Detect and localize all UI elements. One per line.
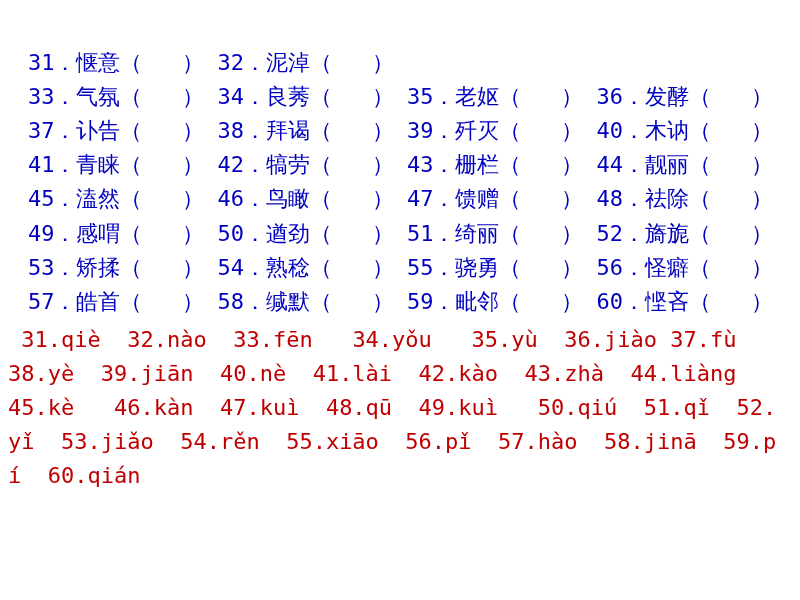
question-line-5: 45．溘然（ ） 46．鸟瞰（ ） 47．馈赠（ ） 48．祛除（ ）: [28, 186, 773, 211]
answer-text: 31.qiè 32.nào 33.fēn 34.yǒu 35.yù 36.jià…: [8, 327, 789, 488]
question-line-8: 57．皓首（ ） 58．缄默（ ） 59．毗邻（ ） 60．悭吝（ ）: [28, 289, 773, 314]
question-block: 31．惬意（ ） 32．泥淖（ ） 33．气氛（ ） 34．良莠（ ） 35．老…: [0, 12, 800, 319]
question-line-2: 33．气氛（ ） 34．良莠（ ） 35．老妪（ ） 36．发酵（ ）: [28, 84, 773, 109]
question-line-1: 31．惬意（ ） 32．泥淖（ ）: [28, 50, 394, 75]
question-line-3: 37．讣告（ ） 38．拜谒（ ） 39．歼灭（ ） 40．木讷（ ）: [28, 118, 773, 143]
question-line-6: 49．感喟（ ） 50．遒劲（ ） 51．绮丽（ ） 52．旖旎（ ）: [28, 221, 773, 246]
question-line-7: 53．矫揉（ ） 54．熟稔（ ） 55．骁勇（ ） 56．怪癖（ ）: [28, 255, 773, 280]
question-line-4: 41．青睐（ ） 42．犒劳（ ） 43．栅栏（ ） 44．靓丽（ ）: [28, 152, 773, 177]
answer-block: 31.qiè 32.nào 33.fēn 34.yǒu 35.yù 36.jià…: [0, 323, 800, 493]
